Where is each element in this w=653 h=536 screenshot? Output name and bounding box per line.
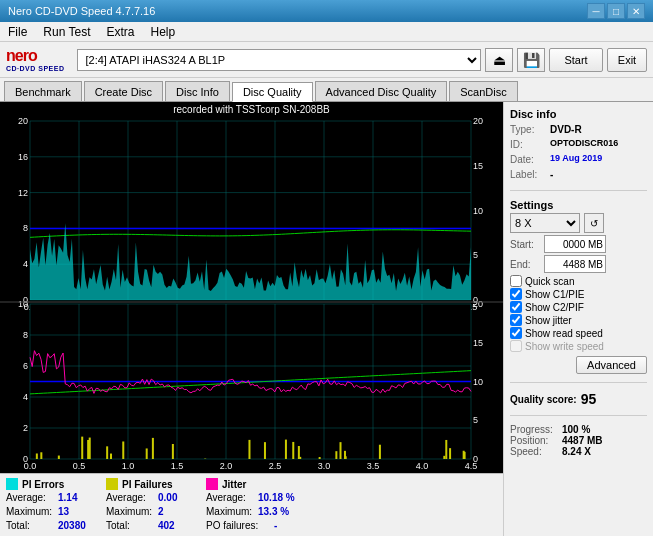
disc-date-label: Date: (510, 152, 546, 167)
settings-section: Settings 8 X ↺ Start: End: Quick scan (510, 199, 647, 374)
jitter-max-val: 13.3 % (258, 506, 294, 517)
pi-failures-avg-val: 0.00 (158, 492, 194, 503)
quality-section: Quality score: 95 (510, 391, 647, 407)
show-jitter-label: Show jitter (525, 315, 572, 326)
jitter-max-label: Maximum: (206, 506, 254, 517)
disc-info-title: Disc info (510, 108, 647, 120)
pi-failures-max-row: Maximum: 2 (106, 506, 194, 517)
progress-val: 100 % (562, 424, 590, 435)
start-mb-row: Start: (510, 235, 647, 253)
save-btn[interactable]: 💾 (517, 48, 545, 72)
disc-id-label: ID: (510, 137, 546, 152)
menu-extra[interactable]: Extra (102, 24, 138, 40)
tab-scandisc[interactable]: ScanDisc (449, 81, 517, 101)
jitter-stats: Jitter Average: 10.18 % Maximum: 13.3 % … (206, 478, 310, 532)
progress-row: Progress: 100 % (510, 424, 647, 435)
maximize-btn[interactable]: □ (607, 3, 625, 19)
jitter-legend (206, 478, 218, 490)
quality-score-row: Quality score: 95 (510, 391, 647, 407)
pi-errors-avg-row: Average: 1.14 (6, 492, 94, 503)
show-jitter-checkbox[interactable] (510, 314, 522, 326)
jitter-avg-label: Average: (206, 492, 254, 503)
end-mb-row: End: (510, 255, 647, 273)
chart-header: recorded with TSSTcorp SN-208BB (0, 102, 503, 117)
jitter-max-row: Maximum: 13.3 % (206, 506, 310, 517)
tab-benchmark[interactable]: Benchmark (4, 81, 82, 101)
show-write-speed-row: Show write speed (510, 340, 647, 352)
jitter-avg-val: 10.18 % (258, 492, 295, 503)
menu-bar: File Run Test Extra Help (0, 22, 653, 42)
menu-run-test[interactable]: Run Test (39, 24, 94, 40)
disc-info-section: Disc info Type: DVD-R ID: OPTODISCR016 D… (510, 108, 647, 182)
disc-label-row: Label: - (510, 167, 647, 182)
pi-failures-label: PI Failures (122, 479, 173, 490)
menu-help[interactable]: Help (147, 24, 180, 40)
progress-section: Progress: 100 % Position: 4487 MB Speed:… (510, 424, 647, 457)
drive-selector[interactable]: [2:4] ATAPI iHAS324 A BL1P (77, 49, 481, 71)
tab-disc-info[interactable]: Disc Info (165, 81, 230, 101)
show-c2pif-label: Show C2/PIF (525, 302, 584, 313)
speed-select[interactable]: 8 X (510, 213, 580, 233)
exit-btn[interactable]: Exit (607, 48, 647, 72)
window-controls[interactable]: ─ □ ✕ (587, 3, 645, 19)
eject-btn[interactable]: ⏏ (485, 48, 513, 72)
show-c1pie-row: Show C1/PIE (510, 288, 647, 300)
logo-sub: CD·DVD SPEED (6, 65, 65, 72)
show-write-speed-checkbox (510, 340, 522, 352)
pi-errors-header: PI Errors (6, 478, 94, 490)
pi-failures-total-label: Total: (106, 520, 154, 531)
charts-column: recorded with TSSTcorp SN-208BB PI Error… (0, 102, 503, 536)
tab-disc-quality[interactable]: Disc Quality (232, 82, 313, 102)
tab-create-disc[interactable]: Create Disc (84, 81, 163, 101)
logo-nero: nero (6, 47, 65, 65)
jitter-po-label: PO failures: (206, 520, 270, 531)
app-title: Nero CD-DVD Speed 4.7.7.16 (8, 5, 155, 17)
pi-errors-total-row: Total: 20380 (6, 520, 94, 531)
show-read-speed-checkbox[interactable] (510, 327, 522, 339)
logo-area: nero CD·DVD SPEED (6, 47, 65, 72)
close-btn[interactable]: ✕ (627, 3, 645, 19)
minimize-btn[interactable]: ─ (587, 3, 605, 19)
pi-failures-header: PI Failures (106, 478, 194, 490)
disc-label-label: Label: (510, 167, 546, 182)
tab-bar: Benchmark Create Disc Disc Info Disc Qua… (0, 78, 653, 102)
title-bar: Nero CD-DVD Speed 4.7.7.16 ─ □ ✕ (0, 0, 653, 22)
pi-errors-total-val: 20380 (58, 520, 94, 531)
position-row: Position: 4487 MB (510, 435, 647, 446)
jitter-po-val: - (274, 520, 310, 531)
start-mb-input[interactable] (544, 235, 606, 253)
jitter-avg-row: Average: 10.18 % (206, 492, 310, 503)
end-mb-input[interactable] (544, 255, 606, 273)
jitter-po-row: PO failures: - (206, 520, 310, 531)
show-write-speed-label: Show write speed (525, 341, 604, 352)
quick-scan-checkbox[interactable] (510, 275, 522, 287)
show-jitter-row: Show jitter (510, 314, 647, 326)
disc-type-label: Type: (510, 122, 546, 137)
pi-errors-avg-label: Average: (6, 492, 54, 503)
pi-errors-avg-val: 1.14 (58, 492, 94, 503)
advanced-button[interactable]: Advanced (576, 356, 647, 374)
menu-file[interactable]: File (4, 24, 31, 40)
pi-failures-avg-row: Average: 0.00 (106, 492, 194, 503)
tab-advanced-disc-quality[interactable]: Advanced Disc Quality (315, 81, 448, 101)
speed-val: 8.24 X (562, 446, 591, 457)
toolbar: nero CD·DVD SPEED [2:4] ATAPI iHAS324 A … (0, 42, 653, 78)
speed-refresh-btn[interactable]: ↺ (584, 213, 604, 233)
stats-bar: PI Errors Average: 1.14 Maximum: 13 Tota… (0, 473, 503, 536)
pi-errors-legend (6, 478, 18, 490)
charts-area (0, 117, 503, 473)
pi-failures-max-val: 2 (158, 506, 194, 517)
pi-failures-legend (106, 478, 118, 490)
main-content: recorded with TSSTcorp SN-208BB PI Error… (0, 102, 653, 536)
disc-id-val: OPTODISCR016 (550, 137, 618, 152)
scan-chart-canvas (0, 117, 503, 473)
show-c1pie-checkbox[interactable] (510, 288, 522, 300)
speed-label: Speed: (510, 446, 558, 457)
jitter-header: Jitter (206, 478, 310, 490)
show-c2pif-checkbox[interactable] (510, 301, 522, 313)
position-label: Position: (510, 435, 558, 446)
start-btn[interactable]: Start (549, 48, 603, 72)
pi-errors-total-label: Total: (6, 520, 54, 531)
jitter-label: Jitter (222, 479, 246, 490)
disc-type-val: DVD-R (550, 122, 582, 137)
